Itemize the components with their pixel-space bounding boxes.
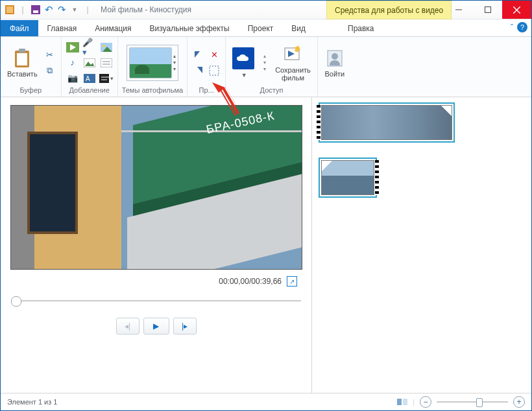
add-snapshot-icon[interactable]: [82, 56, 97, 70]
storyboard-pane[interactable]: [312, 97, 531, 393]
preview-pane: БРА-0508-К 00:00,00/00:39,66 ↗ ◂| ▶ |▸: [1, 97, 312, 393]
timecode-display: 00:00,00/00:39,66: [219, 277, 282, 286]
group-signin-label: [333, 86, 335, 95]
save-movie-label: Сохранить фильм: [275, 66, 311, 82]
theme-thumbnail: [129, 47, 172, 78]
save-movie-button[interactable]: Сохранить фильм: [272, 43, 313, 83]
group-share: ▼ ▴▾▾ Сохранить фильм Доступ: [226, 37, 318, 97]
tab-view[interactable]: Вид: [282, 20, 315, 36]
save-movie-icon: [283, 44, 304, 65]
seek-bar[interactable]: [11, 294, 301, 307]
share-gallery-scroll[interactable]: ▴▾▾: [263, 53, 266, 72]
window-title: Мой фильм - Киностудия: [97, 5, 191, 14]
add-credits-icon[interactable]: ▾: [99, 71, 114, 86]
close-button[interactable]: [502, 1, 531, 19]
svg-rect-5: [485, 7, 490, 13]
theme-gallery[interactable]: ▴ ▾ ▾: [127, 45, 178, 81]
ribbon: Вставить ✂ ⧉ Буфер ♪ 📷 🎤▾ A: [1, 37, 531, 97]
signin-label: Войти: [324, 70, 345, 78]
onedrive-icon: [232, 47, 254, 69]
app-icon: [5, 5, 15, 15]
paste-button[interactable]: Вставить: [5, 47, 40, 79]
svg-rect-3: [33, 10, 38, 13]
tab-project[interactable]: Проект: [239, 20, 283, 36]
fullscreen-icon[interactable]: ↗: [287, 276, 297, 287]
save-icon[interactable]: [30, 5, 41, 15]
qat-separator: |: [18, 5, 28, 15]
svg-rect-31: [397, 399, 402, 405]
group-signin: Войти: [318, 37, 352, 97]
clip-2[interactable]: [321, 160, 374, 195]
prev-frame-button[interactable]: ◂|: [116, 318, 139, 335]
clip-1[interactable]: [321, 105, 452, 140]
tab-effects[interactable]: Визуальные эффекты: [141, 20, 239, 36]
onedrive-dropdown: ▼: [240, 71, 247, 78]
quick-access-toolbar: | ↶ ↷ ▼ |: [1, 5, 97, 15]
seek-thumb[interactable]: [11, 296, 21, 307]
zoom-in-button[interactable]: +: [513, 396, 525, 408]
tab-file[interactable]: Файл: [1, 20, 38, 36]
delete-icon[interactable]: ✕: [207, 48, 221, 62]
svg-rect-9: [17, 53, 27, 65]
group-edit-label: Пр...: [199, 86, 214, 95]
group-add: ♪ 📷 🎤▾ A ▾ Добавление: [62, 37, 118, 97]
cut-icon[interactable]: ✂: [43, 48, 57, 62]
status-text: Элемент 1 из 1: [7, 398, 57, 406]
group-themes: ▴ ▾ ▾ Темы автофильма: [118, 37, 188, 97]
select-all-icon[interactable]: [207, 64, 221, 78]
zoom-out-button[interactable]: −: [420, 396, 431, 408]
svg-rect-23: [99, 74, 109, 83]
user-icon: [324, 48, 345, 69]
add-music-icon[interactable]: ♪: [66, 56, 80, 70]
onedrive-button[interactable]: ▼: [230, 46, 257, 79]
status-bar: Элемент 1 из 1 | − +: [1, 393, 531, 410]
qat-dropdown-icon[interactable]: ▼: [69, 5, 80, 15]
add-photo-icon[interactable]: [99, 40, 114, 54]
help-icon[interactable]: ?: [517, 22, 527, 32]
group-edit: ✕ Пр...: [187, 37, 226, 97]
svg-rect-1: [6, 6, 13, 13]
svg-point-18: [103, 45, 105, 47]
clipboard-icon: [12, 48, 32, 69]
svg-rect-32: [403, 399, 407, 405]
add-narration-icon[interactable]: 🎤▾: [82, 40, 97, 54]
title-bar: | ↶ ↷ ▼ | Мой фильм - Киностудия Средств…: [1, 1, 531, 19]
group-add-label: Добавление: [69, 86, 109, 95]
play-button[interactable]: ▶: [143, 318, 169, 335]
rotate-left-icon[interactable]: [191, 48, 206, 62]
film-sprocket-icon: [375, 160, 379, 195]
rotate-right-icon[interactable]: [191, 64, 206, 78]
tab-home[interactable]: Главная: [38, 20, 86, 36]
svg-text:A: A: [86, 75, 90, 82]
svg-rect-20: [101, 58, 112, 67]
contextual-tab-header: Средства для работы с видео: [326, 1, 452, 19]
group-clipboard-label: Буфер: [20, 86, 42, 95]
svg-point-30: [332, 53, 338, 60]
add-title-icon[interactable]: A: [82, 71, 97, 86]
add-caption-icon[interactable]: [99, 56, 114, 70]
group-themes-label: Темы автофильма: [122, 86, 184, 95]
svg-rect-10: [19, 49, 25, 53]
svg-rect-26: [210, 66, 219, 75]
next-frame-button[interactable]: |▸: [173, 318, 197, 335]
add-webcam-icon[interactable]: 📷: [66, 71, 80, 86]
view-mode-icon[interactable]: [397, 397, 407, 406]
signin-button[interactable]: Войти: [322, 47, 348, 79]
collapse-ribbon-icon[interactable]: ˆ: [511, 23, 513, 32]
zoom-slider[interactable]: [437, 401, 508, 403]
qat-separator: |: [82, 5, 93, 15]
maximize-button[interactable]: [473, 1, 502, 19]
undo-icon[interactable]: ↶: [43, 5, 54, 15]
film-sprocket-icon: [317, 105, 320, 140]
paste-label: Вставить: [7, 70, 38, 78]
redo-icon[interactable]: ↷: [56, 5, 67, 15]
zoom-thumb[interactable]: [476, 398, 483, 407]
copy-icon[interactable]: ⧉: [43, 64, 57, 78]
add-video-icon[interactable]: [66, 40, 80, 54]
video-preview[interactable]: БРА-0508-К: [10, 105, 302, 270]
group-share-label: Доступ: [260, 86, 284, 95]
tab-edit[interactable]: Правка: [339, 20, 383, 36]
group-clipboard: Вставить ✂ ⧉ Буфер: [1, 37, 62, 97]
ribbon-tabs: Файл Главная Анимация Визуальные эффекты…: [1, 19, 531, 37]
tab-animation[interactable]: Анимация: [86, 20, 140, 36]
